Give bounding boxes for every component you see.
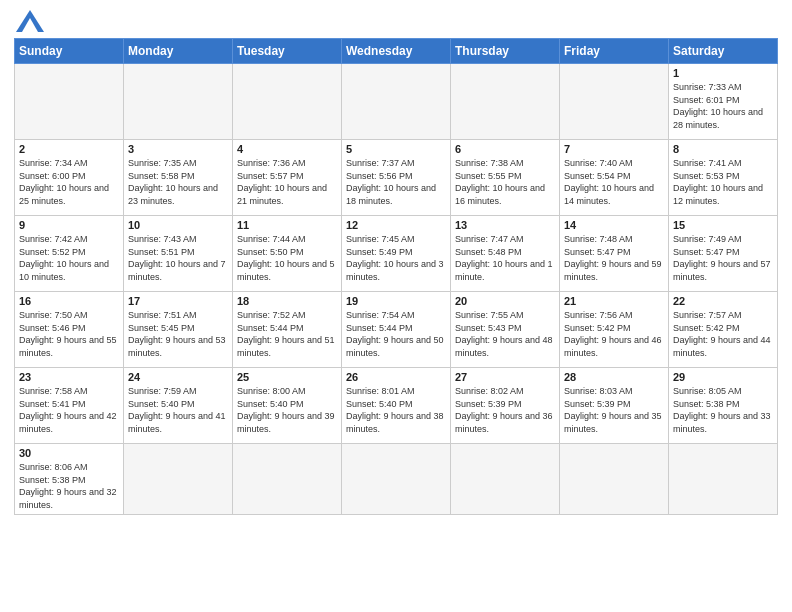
calendar-day-cell	[124, 64, 233, 140]
day-number: 8	[673, 143, 773, 155]
calendar-table: SundayMondayTuesdayWednesdayThursdayFrid…	[14, 38, 778, 515]
day-number: 30	[19, 447, 119, 459]
calendar-day-cell: 16Sunrise: 7:50 AM Sunset: 5:46 PM Dayli…	[15, 292, 124, 368]
calendar-week-row: 23Sunrise: 7:58 AM Sunset: 5:41 PM Dayli…	[15, 368, 778, 444]
day-number: 18	[237, 295, 337, 307]
day-number: 15	[673, 219, 773, 231]
calendar-day-cell: 14Sunrise: 7:48 AM Sunset: 5:47 PM Dayli…	[560, 216, 669, 292]
day-info: Sunrise: 7:57 AM Sunset: 5:42 PM Dayligh…	[673, 309, 773, 359]
day-number: 19	[346, 295, 446, 307]
day-number: 7	[564, 143, 664, 155]
day-info: Sunrise: 7:49 AM Sunset: 5:47 PM Dayligh…	[673, 233, 773, 283]
day-number: 27	[455, 371, 555, 383]
calendar-day-cell: 20Sunrise: 7:55 AM Sunset: 5:43 PM Dayli…	[451, 292, 560, 368]
day-number: 6	[455, 143, 555, 155]
calendar-day-cell	[560, 64, 669, 140]
calendar-day-header: Sunday	[15, 39, 124, 64]
calendar-day-cell: 4Sunrise: 7:36 AM Sunset: 5:57 PM Daylig…	[233, 140, 342, 216]
day-info: Sunrise: 7:55 AM Sunset: 5:43 PM Dayligh…	[455, 309, 555, 359]
day-info: Sunrise: 7:34 AM Sunset: 6:00 PM Dayligh…	[19, 157, 119, 207]
calendar-week-row: 16Sunrise: 7:50 AM Sunset: 5:46 PM Dayli…	[15, 292, 778, 368]
day-info: Sunrise: 7:48 AM Sunset: 5:47 PM Dayligh…	[564, 233, 664, 283]
calendar-day-cell: 10Sunrise: 7:43 AM Sunset: 5:51 PM Dayli…	[124, 216, 233, 292]
calendar-week-row: 9Sunrise: 7:42 AM Sunset: 5:52 PM Daylig…	[15, 216, 778, 292]
calendar-day-cell: 22Sunrise: 7:57 AM Sunset: 5:42 PM Dayli…	[669, 292, 778, 368]
page: SundayMondayTuesdayWednesdayThursdayFrid…	[0, 0, 792, 525]
day-info: Sunrise: 7:51 AM Sunset: 5:45 PM Dayligh…	[128, 309, 228, 359]
calendar-day-cell	[560, 444, 669, 515]
calendar-day-cell: 23Sunrise: 7:58 AM Sunset: 5:41 PM Dayli…	[15, 368, 124, 444]
calendar-day-cell	[233, 64, 342, 140]
day-info: Sunrise: 7:37 AM Sunset: 5:56 PM Dayligh…	[346, 157, 446, 207]
calendar-day-header: Wednesday	[342, 39, 451, 64]
day-number: 17	[128, 295, 228, 307]
calendar-day-header: Thursday	[451, 39, 560, 64]
day-info: Sunrise: 7:59 AM Sunset: 5:40 PM Dayligh…	[128, 385, 228, 435]
day-number: 3	[128, 143, 228, 155]
calendar-day-cell: 1Sunrise: 7:33 AM Sunset: 6:01 PM Daylig…	[669, 64, 778, 140]
day-number: 1	[673, 67, 773, 79]
calendar-day-header: Friday	[560, 39, 669, 64]
calendar-day-cell	[342, 64, 451, 140]
day-number: 23	[19, 371, 119, 383]
calendar-day-cell: 5Sunrise: 7:37 AM Sunset: 5:56 PM Daylig…	[342, 140, 451, 216]
calendar-day-cell: 30Sunrise: 8:06 AM Sunset: 5:38 PM Dayli…	[15, 444, 124, 515]
calendar-day-header: Saturday	[669, 39, 778, 64]
calendar-day-cell: 9Sunrise: 7:42 AM Sunset: 5:52 PM Daylig…	[15, 216, 124, 292]
day-info: Sunrise: 7:43 AM Sunset: 5:51 PM Dayligh…	[128, 233, 228, 283]
calendar-day-cell	[669, 444, 778, 515]
day-info: Sunrise: 8:06 AM Sunset: 5:38 PM Dayligh…	[19, 461, 119, 511]
day-info: Sunrise: 7:56 AM Sunset: 5:42 PM Dayligh…	[564, 309, 664, 359]
day-number: 2	[19, 143, 119, 155]
day-info: Sunrise: 7:36 AM Sunset: 5:57 PM Dayligh…	[237, 157, 337, 207]
calendar-day-cell: 2Sunrise: 7:34 AM Sunset: 6:00 PM Daylig…	[15, 140, 124, 216]
calendar-day-cell	[451, 64, 560, 140]
day-info: Sunrise: 8:03 AM Sunset: 5:39 PM Dayligh…	[564, 385, 664, 435]
day-number: 14	[564, 219, 664, 231]
calendar-day-header: Tuesday	[233, 39, 342, 64]
day-number: 9	[19, 219, 119, 231]
day-info: Sunrise: 7:38 AM Sunset: 5:55 PM Dayligh…	[455, 157, 555, 207]
calendar-day-cell: 12Sunrise: 7:45 AM Sunset: 5:49 PM Dayli…	[342, 216, 451, 292]
calendar-day-cell: 18Sunrise: 7:52 AM Sunset: 5:44 PM Dayli…	[233, 292, 342, 368]
calendar-day-cell: 24Sunrise: 7:59 AM Sunset: 5:40 PM Dayli…	[124, 368, 233, 444]
calendar-day-cell: 28Sunrise: 8:03 AM Sunset: 5:39 PM Dayli…	[560, 368, 669, 444]
calendar-day-cell: 25Sunrise: 8:00 AM Sunset: 5:40 PM Dayli…	[233, 368, 342, 444]
day-info: Sunrise: 7:50 AM Sunset: 5:46 PM Dayligh…	[19, 309, 119, 359]
day-number: 11	[237, 219, 337, 231]
day-number: 22	[673, 295, 773, 307]
calendar-day-cell: 15Sunrise: 7:49 AM Sunset: 5:47 PM Dayli…	[669, 216, 778, 292]
header	[14, 10, 778, 32]
logo-icon	[16, 10, 44, 32]
day-info: Sunrise: 7:54 AM Sunset: 5:44 PM Dayligh…	[346, 309, 446, 359]
day-number: 25	[237, 371, 337, 383]
day-info: Sunrise: 8:02 AM Sunset: 5:39 PM Dayligh…	[455, 385, 555, 435]
calendar-day-cell: 26Sunrise: 8:01 AM Sunset: 5:40 PM Dayli…	[342, 368, 451, 444]
day-info: Sunrise: 7:35 AM Sunset: 5:58 PM Dayligh…	[128, 157, 228, 207]
calendar-day-cell: 6Sunrise: 7:38 AM Sunset: 5:55 PM Daylig…	[451, 140, 560, 216]
calendar-day-cell: 8Sunrise: 7:41 AM Sunset: 5:53 PM Daylig…	[669, 140, 778, 216]
day-number: 4	[237, 143, 337, 155]
calendar-header-row: SundayMondayTuesdayWednesdayThursdayFrid…	[15, 39, 778, 64]
day-info: Sunrise: 8:05 AM Sunset: 5:38 PM Dayligh…	[673, 385, 773, 435]
calendar-day-cell: 7Sunrise: 7:40 AM Sunset: 5:54 PM Daylig…	[560, 140, 669, 216]
calendar-day-cell: 3Sunrise: 7:35 AM Sunset: 5:58 PM Daylig…	[124, 140, 233, 216]
calendar-week-row: 2Sunrise: 7:34 AM Sunset: 6:00 PM Daylig…	[15, 140, 778, 216]
day-info: Sunrise: 8:00 AM Sunset: 5:40 PM Dayligh…	[237, 385, 337, 435]
day-number: 26	[346, 371, 446, 383]
day-number: 24	[128, 371, 228, 383]
calendar-day-cell: 13Sunrise: 7:47 AM Sunset: 5:48 PM Dayli…	[451, 216, 560, 292]
calendar-day-cell: 29Sunrise: 8:05 AM Sunset: 5:38 PM Dayli…	[669, 368, 778, 444]
day-number: 10	[128, 219, 228, 231]
day-info: Sunrise: 7:40 AM Sunset: 5:54 PM Dayligh…	[564, 157, 664, 207]
calendar-day-cell: 19Sunrise: 7:54 AM Sunset: 5:44 PM Dayli…	[342, 292, 451, 368]
day-number: 16	[19, 295, 119, 307]
calendar-day-cell: 21Sunrise: 7:56 AM Sunset: 5:42 PM Dayli…	[560, 292, 669, 368]
day-info: Sunrise: 7:41 AM Sunset: 5:53 PM Dayligh…	[673, 157, 773, 207]
day-number: 21	[564, 295, 664, 307]
calendar-day-cell	[15, 64, 124, 140]
day-info: Sunrise: 7:52 AM Sunset: 5:44 PM Dayligh…	[237, 309, 337, 359]
calendar-day-cell	[342, 444, 451, 515]
calendar-day-cell: 11Sunrise: 7:44 AM Sunset: 5:50 PM Dayli…	[233, 216, 342, 292]
day-number: 12	[346, 219, 446, 231]
